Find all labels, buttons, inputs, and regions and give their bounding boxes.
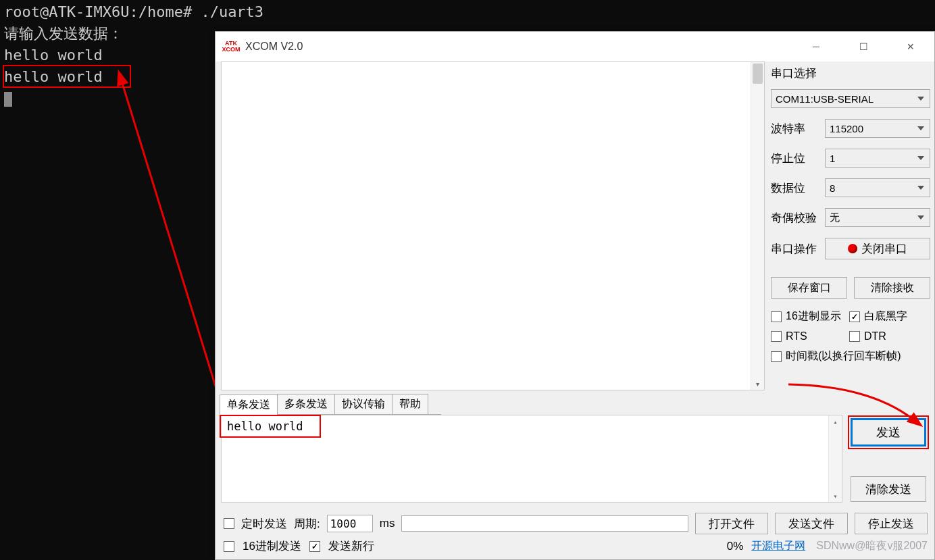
bottom-row-1: 定时发送 周期: ms 打开文件 发送文件 停止发送 (224, 513, 928, 534)
progress-percent: 0% (727, 540, 744, 553)
rts-checkbox[interactable] (771, 331, 782, 342)
send-newline-label: 发送新行 (328, 538, 374, 554)
bottom-row-2: 16进制发送 发送新行 0% 开源电子网 SDNww@暗夜v服2007 (224, 538, 928, 554)
white-bg-label: 白底黑字 (864, 309, 907, 324)
tab-single-send[interactable]: 单条发送 (220, 394, 278, 415)
port-combo[interactable]: COM11:USB-SERIAL (771, 89, 930, 108)
clear-receive-button[interactable]: 清除接收 (854, 277, 930, 299)
scroll-up-icon[interactable]: ▴ (829, 415, 842, 428)
white-bg-checkbox[interactable] (849, 311, 860, 322)
openedv-link[interactable]: 开源电子网 (751, 539, 805, 553)
open-file-button[interactable]: 打开文件 (695, 513, 768, 534)
timestamp-label: 时间戳(以换行回车断帧) (786, 349, 901, 363)
send-file-button[interactable]: 发送文件 (775, 513, 848, 534)
period-label: 周期: (294, 516, 320, 532)
panel-title: 串口选择 (771, 66, 930, 81)
progress-bar (401, 515, 688, 532)
minimize-button[interactable]: ─ (792, 32, 840, 61)
data-combo[interactable]: 8 (825, 178, 930, 197)
serial-settings-panel: 串口选择 COM11:USB-SERIAL 波特率115200 停止位1 数据位… (771, 66, 930, 370)
dtr-checkbox[interactable] (849, 331, 860, 342)
hex-display-label: 16进制显示 (786, 309, 841, 324)
baud-combo[interactable]: 115200 (825, 119, 930, 138)
scroll-down-icon[interactable]: ▾ (751, 378, 764, 390)
maximize-button[interactable]: ☐ (840, 32, 887, 61)
client-area: ▴ ▾ 串口选择 COM11:USB-SERIAL 波特率115200 停止位1… (216, 61, 934, 559)
tab-help[interactable]: 帮助 (392, 394, 428, 414)
close-button[interactable]: ✕ (887, 32, 934, 61)
op-label: 串口操作 (771, 241, 825, 257)
send-tabs: 单条发送 多条发送 协议传输 帮助 (220, 394, 441, 415)
receive-scrollbar[interactable]: ▴ ▾ (751, 62, 764, 390)
terminal-line-1: root@ATK-IMX6U:/home# ./uart3 (4, 1, 931, 23)
tab-protocol[interactable]: 协议传输 (334, 394, 393, 414)
timed-send-checkbox[interactable] (224, 518, 234, 529)
stop-combo[interactable]: 1 (825, 149, 930, 168)
timestamp-checkbox[interactable] (771, 351, 782, 362)
hex-send-label: 16进制发送 (243, 538, 301, 554)
toggle-port-button[interactable]: 关闭串口 (825, 238, 930, 259)
baud-label: 波特率 (771, 121, 825, 136)
scrollbar-thumb[interactable] (753, 63, 763, 84)
send-newline-checkbox[interactable] (309, 541, 320, 552)
watermark-text: SDNww@暗夜v服2007 (816, 539, 928, 553)
app-logo: ATKXCOM (221, 36, 241, 57)
receive-textarea[interactable]: ▴ ▾ (221, 61, 765, 390)
hex-display-checkbox[interactable] (771, 311, 782, 322)
scroll-down-icon[interactable]: ▾ (829, 490, 842, 502)
clear-send-button[interactable]: 清除发送 (851, 476, 926, 502)
window-controls: ─ ☐ ✕ (792, 32, 934, 61)
window-title: XCOM V2.0 (245, 41, 303, 53)
rts-label: RTS (786, 330, 807, 342)
save-window-button[interactable]: 保存窗口 (771, 277, 847, 299)
annotation-highlight-terminal (3, 65, 131, 88)
hex-send-checkbox[interactable] (224, 541, 234, 552)
parity-combo[interactable]: 无 (825, 208, 930, 227)
period-input[interactable] (327, 515, 373, 532)
stop-send-button[interactable]: 停止发送 (855, 513, 928, 534)
terminal-cursor (4, 92, 12, 107)
send-button[interactable]: 发送 (851, 418, 926, 447)
xcom-window: ATKXCOM XCOM V2.0 ─ ☐ ✕ ▴ ▾ 串口选择 COM11:U… (215, 31, 935, 560)
annotation-highlight-send-text (220, 415, 321, 438)
titlebar[interactable]: ATKXCOM XCOM V2.0 ─ ☐ ✕ (216, 32, 934, 61)
period-unit: ms (380, 517, 395, 530)
parity-label: 奇偶校验 (771, 210, 825, 226)
stop-label: 停止位 (771, 151, 825, 166)
data-label: 数据位 (771, 180, 825, 196)
timed-send-label: 定时发送 (241, 516, 287, 532)
tab-multi-send[interactable]: 多条发送 (277, 394, 335, 414)
send-scrollbar[interactable]: ▴ ▾ (828, 415, 842, 502)
port-status-icon (848, 244, 857, 253)
dtr-label: DTR (864, 330, 886, 342)
